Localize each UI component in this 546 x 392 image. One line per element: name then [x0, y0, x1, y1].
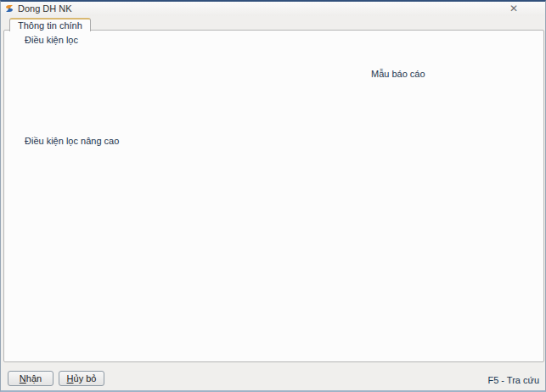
- advanced-group-caption: Điều kiện lọc nâng cao: [22, 136, 121, 146]
- report-group-caption: Mẫu báo cáo: [369, 69, 428, 79]
- dialog-window: Dong DH NK ✕ Thông tin chính Điều kiện l…: [0, 0, 546, 392]
- cancel-mnemonic: H: [67, 373, 74, 384]
- title-bar[interactable]: Dong DH NK ✕: [1, 2, 545, 16]
- tab-strip: Thông tin chính: [1, 17, 545, 30]
- window-title: Dong DH NK: [18, 3, 72, 14]
- close-icon[interactable]: ✕: [508, 3, 520, 14]
- accept-label: hận: [26, 373, 42, 384]
- tab-thong-tin-chinh[interactable]: Thông tin chính: [9, 18, 91, 31]
- tab-label: Thông tin chính: [18, 20, 82, 31]
- cancel-button[interactable]: Hủy bỏ: [59, 371, 104, 386]
- accept-button[interactable]: Nhận: [8, 371, 53, 386]
- accept-mnemonic: N: [20, 373, 26, 384]
- tab-page: [3, 30, 544, 362]
- status-hint: F5 - Tra cứu: [487, 375, 539, 385]
- cancel-label: ủy bỏ: [74, 373, 97, 384]
- filter-group-caption: Điều kiện lọc: [22, 35, 81, 45]
- app-icon: [5, 4, 14, 13]
